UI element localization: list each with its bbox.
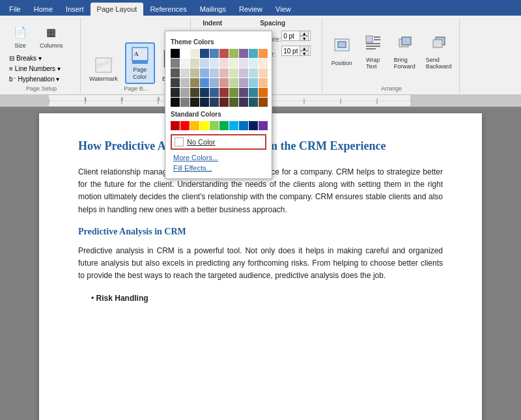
tab-review[interactable]: Review [232, 3, 269, 16]
theme-color-swatch[interactable] [190, 98, 199, 107]
tab-page-layout[interactable]: Page Layout [91, 3, 144, 16]
size-button[interactable]: 📄 Size [7, 20, 34, 51]
theme-color-swatch[interactable] [229, 68, 238, 77]
theme-color-swatch[interactable] [249, 49, 258, 58]
theme-color-swatch[interactable] [229, 78, 238, 87]
theme-color-swatch[interactable] [200, 98, 209, 107]
theme-color-swatch[interactable] [180, 68, 190, 77]
theme-color-swatch[interactable] [210, 78, 219, 87]
theme-color-swatch[interactable] [249, 98, 258, 107]
theme-color-swatch[interactable] [200, 88, 209, 97]
standard-color-swatch[interactable] [180, 121, 190, 130]
tab-home[interactable]: Home [27, 3, 59, 16]
tab-view[interactable]: View [269, 3, 298, 16]
theme-color-swatch[interactable] [219, 88, 229, 97]
theme-color-swatch[interactable] [190, 68, 199, 77]
standard-color-swatch[interactable] [219, 121, 229, 130]
theme-color-swatch[interactable] [239, 68, 248, 77]
standard-color-swatch[interactable] [239, 121, 248, 130]
position-button[interactable]: Position [328, 35, 356, 68]
tab-file[interactable]: File [3, 3, 27, 16]
spacing-after-up[interactable]: ▲ [300, 46, 309, 51]
theme-color-swatch[interactable] [219, 68, 229, 77]
theme-color-swatch[interactable] [229, 88, 238, 97]
theme-color-swatch[interactable] [200, 78, 209, 87]
breaks-button[interactable]: ⊟ Breaks ▾ [7, 53, 63, 63]
tab-mailings[interactable]: Mailings [193, 3, 232, 16]
theme-color-swatch[interactable] [229, 59, 238, 68]
standard-color-swatch[interactable] [229, 121, 238, 130]
standard-color-swatch[interactable] [259, 121, 268, 130]
theme-color-swatch[interactable] [171, 98, 180, 107]
theme-color-swatch[interactable] [259, 68, 268, 77]
theme-color-swatch[interactable] [210, 49, 219, 58]
theme-color-swatch[interactable] [229, 49, 238, 58]
theme-color-swatch[interactable] [171, 88, 180, 97]
standard-color-swatch[interactable] [200, 121, 209, 130]
theme-color-swatch[interactable] [239, 59, 248, 68]
theme-color-swatch[interactable] [259, 59, 268, 68]
spacing-after-input[interactable]: 10 pt ▲ ▼ [281, 46, 311, 56]
theme-color-swatch[interactable] [180, 78, 190, 87]
more-colors-link[interactable]: More Colors... [171, 152, 266, 163]
theme-color-swatch[interactable] [210, 98, 219, 107]
columns-button[interactable]: ▦ Columns [36, 20, 66, 51]
theme-color-swatch[interactable] [219, 98, 229, 107]
theme-color-swatch[interactable] [259, 98, 268, 107]
spacing-before-down[interactable]: ▼ [300, 36, 309, 41]
spacing-before-input[interactable]: 0 pt ▲ ▼ [281, 31, 311, 41]
hyphenation-button[interactable]: b⁻ Hyphenation ▾ [7, 74, 63, 84]
theme-color-swatch[interactable] [259, 88, 268, 97]
theme-color-swatch[interactable] [180, 59, 190, 68]
standard-color-swatch[interactable] [190, 121, 199, 130]
theme-color-swatch[interactable] [190, 88, 199, 97]
no-color-button[interactable]: No Color [171, 134, 266, 150]
theme-color-swatch[interactable] [200, 49, 209, 58]
theme-color-swatch[interactable] [219, 49, 229, 58]
watermark-button[interactable]: DRAFT Watermark [86, 53, 121, 84]
theme-color-swatch[interactable] [239, 88, 248, 97]
theme-color-swatch[interactable] [229, 98, 238, 107]
theme-color-swatch[interactable] [249, 68, 258, 77]
theme-color-swatch[interactable] [259, 49, 268, 58]
standard-color-swatch[interactable] [171, 121, 180, 130]
theme-color-swatch[interactable] [180, 98, 190, 107]
theme-color-swatch[interactable] [171, 59, 180, 68]
standard-color-swatch[interactable] [249, 121, 258, 130]
spacing-after-down[interactable]: ▼ [300, 51, 309, 56]
theme-color-swatch[interactable] [239, 78, 248, 87]
spacing-before-spinner[interactable]: ▲ ▼ [300, 31, 309, 41]
theme-color-swatch[interactable] [239, 98, 248, 107]
theme-color-swatch[interactable] [259, 78, 268, 87]
theme-color-swatch[interactable] [200, 68, 209, 77]
theme-color-swatch[interactable] [180, 49, 190, 58]
fill-effects-link[interactable]: Fill Effects... [171, 163, 266, 173]
theme-color-swatch[interactable] [249, 78, 258, 87]
theme-color-swatch[interactable] [171, 78, 180, 87]
theme-color-swatch[interactable] [190, 59, 199, 68]
theme-color-swatch[interactable] [219, 59, 229, 68]
theme-color-swatch[interactable] [171, 49, 180, 58]
theme-color-swatch[interactable] [210, 88, 219, 97]
wrap-text-button[interactable]: WrapText [359, 32, 387, 72]
spacing-after-spinner[interactable]: ▲ ▼ [300, 46, 309, 56]
theme-color-swatch[interactable] [210, 68, 219, 77]
send-backward-button[interactable]: SendBackward [422, 32, 456, 72]
theme-color-swatch[interactable] [219, 78, 229, 87]
spacing-before-up[interactable]: ▲ [300, 31, 309, 36]
theme-color-swatch[interactable] [190, 78, 199, 87]
line-numbers-button[interactable]: ≡ Line Numbers ▾ [7, 64, 63, 74]
bring-forward-button[interactable]: BringForward [390, 32, 419, 72]
theme-color-swatch[interactable] [190, 49, 199, 58]
theme-color-swatch[interactable] [180, 88, 190, 97]
tab-references[interactable]: References [143, 3, 193, 16]
page-color-button[interactable]: A PageColor [125, 42, 155, 84]
theme-color-swatch[interactable] [200, 59, 209, 68]
tab-insert[interactable]: Insert [59, 3, 91, 16]
theme-color-swatch[interactable] [249, 59, 258, 68]
standard-color-swatch[interactable] [210, 121, 219, 130]
theme-color-swatch[interactable] [239, 49, 248, 58]
theme-color-swatch[interactable] [171, 68, 180, 77]
theme-color-swatch[interactable] [210, 59, 219, 68]
theme-color-swatch[interactable] [249, 88, 258, 97]
